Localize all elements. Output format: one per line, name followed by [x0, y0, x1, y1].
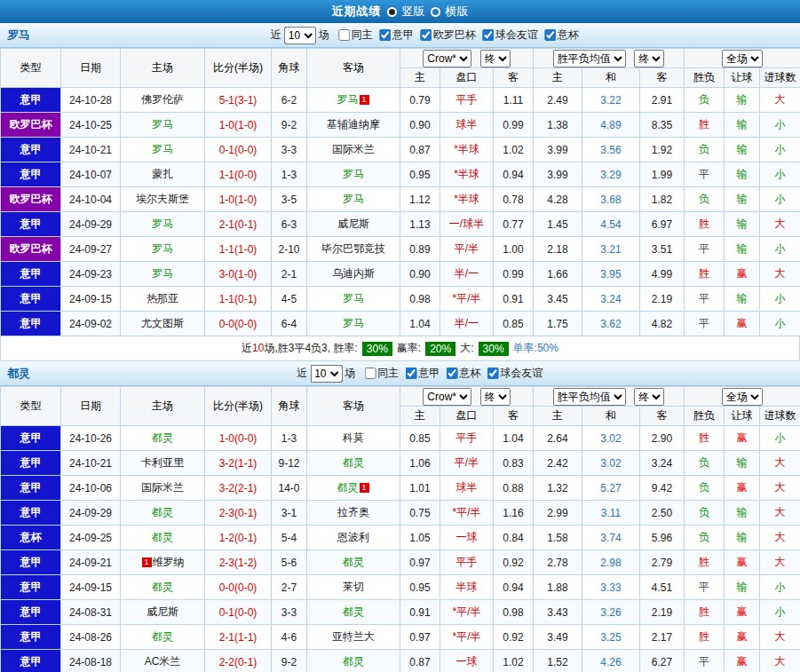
checkbox-label: 球会友谊	[500, 366, 543, 381]
match-row: 意甲24-08-18AC米兰2-2(0-1)9-2都灵0.87一球1.021.5…	[1, 650, 800, 672]
filter-checkbox-item[interactable]: 球会友谊	[487, 366, 543, 381]
match-row: 意杯24-09-25都灵1-2(0-1)5-4恩波利1.05一球0.841.58…	[1, 526, 800, 550]
handicap-cell: 一球	[440, 650, 494, 672]
handicap-result-cell: 输	[725, 212, 760, 237]
red-card-badge: 1	[142, 557, 152, 567]
goals-result-cell: 大	[760, 650, 800, 672]
team-name: 罗马	[0, 28, 30, 43]
handicap-result-cell: 输	[725, 526, 760, 550]
goals-result-cell: 大	[760, 476, 800, 501]
euro-away-odds-cell: 3.24	[640, 451, 685, 476]
odds-company-select[interactable]: Crow*	[423, 50, 471, 67]
handicap-cell: *平/半	[440, 625, 494, 650]
match-row: 意甲24-08-31威尼斯0-1(0-0)3-3都灵0.91*平/半0.983.…	[1, 600, 800, 625]
scope-select[interactable]: 全场	[722, 50, 763, 67]
asian-home-odds-cell: 1.05	[400, 526, 440, 550]
league-filter-checkbox[interactable]	[405, 368, 416, 379]
handicap-cell: *半球	[440, 162, 494, 187]
filter-checkbox-item[interactable]: 意杯	[544, 28, 579, 43]
date-cell: 24-09-15	[61, 287, 121, 312]
league-cell: 意甲	[1, 625, 61, 650]
league-cell: 欧罗巴杯	[1, 237, 61, 262]
vertical-layout-radio[interactable]	[387, 7, 397, 17]
handicap-cell: *平/半	[440, 501, 494, 526]
away-team-cell: 都灵	[307, 451, 400, 476]
team-label: 热那亚	[147, 292, 178, 304]
col-header-home: 主场	[121, 387, 205, 426]
col-header-corners: 角球	[272, 387, 307, 426]
league-filter-checkbox[interactable]	[544, 29, 556, 41]
filter-checkbox-item[interactable]: 欧罗巴杯	[420, 28, 476, 43]
goals-result-cell: 大	[760, 88, 800, 113]
filter-checkbox-item[interactable]: 同主	[364, 366, 399, 381]
score-cell: 2-2(0-1)	[205, 650, 272, 672]
league-filter-checkbox[interactable]	[379, 29, 391, 41]
handicap-result-cell: 输	[725, 187, 760, 212]
league-filter-checkbox[interactable]	[338, 29, 350, 41]
league-filter-checkbox[interactable]	[482, 29, 494, 41]
league-filter-checkbox[interactable]	[364, 368, 376, 379]
home-team-cell: 蒙扎	[121, 162, 205, 187]
score-cell: 2-3(0-1)	[205, 501, 272, 526]
home-team-cell: 国际米兰	[121, 476, 205, 501]
euro-draw-odds-cell: 3.56	[582, 138, 640, 162]
euro-away-odds-cell: 2.50	[640, 501, 685, 526]
handicap-result-cell: 输	[725, 451, 760, 476]
odds-time-select[interactable]: 终	[480, 50, 511, 67]
euro-draw-odds-cell: 2.98	[582, 550, 640, 575]
score-cell: 0-1(0-0)	[205, 600, 272, 625]
odds-time-select[interactable]: 终	[480, 388, 511, 406]
filter-checkbox-item[interactable]: 意甲	[405, 366, 440, 381]
result-cell: 胜	[685, 113, 725, 138]
handicap-result-cell: 赢	[725, 550, 760, 575]
asian-away-odds-cell: 0.99	[494, 113, 534, 138]
team-label: 罗马	[343, 317, 364, 329]
odds-company-select[interactable]: Crow*	[423, 388, 471, 406]
euro-home-odds-cell: 1.58	[534, 526, 582, 550]
euro-away-odds-cell: 1.92	[640, 138, 685, 162]
league-filter-checkbox[interactable]	[487, 368, 498, 379]
euro-time-select[interactable]: 终	[634, 388, 664, 406]
team-label: 国际米兰	[141, 481, 184, 494]
horizontal-layout-label[interactable]: 横版	[446, 4, 469, 20]
euro-away-odds-cell: 2.91	[640, 88, 685, 113]
vertical-layout-label[interactable]: 竖版	[402, 4, 425, 20]
match-count-select[interactable]: 10	[310, 365, 342, 383]
corners-cell: 9-2	[272, 113, 307, 138]
date-cell: 24-10-07	[61, 162, 121, 187]
handicap-result-cell: 赢	[725, 262, 760, 287]
scope-select[interactable]: 全场	[722, 388, 763, 406]
filter-checkbox-item[interactable]: 意甲	[379, 28, 414, 43]
asian-home-odds-cell: 0.97	[400, 625, 440, 650]
asian-home-odds-cell: 0.95	[400, 575, 440, 600]
away-team-cell: 都灵	[307, 600, 400, 625]
euro-time-select[interactable]: 终	[634, 50, 664, 67]
league-filter-checkbox[interactable]	[446, 368, 457, 379]
score-cell: 0-0(0-0)	[205, 575, 272, 600]
goals-result-cell: 大	[760, 212, 800, 237]
team-label: 都灵	[343, 655, 364, 668]
col-header-away: 客场	[307, 387, 400, 426]
filter-checkbox-item[interactable]: 球会友谊	[482, 28, 538, 43]
result-cell: 负	[685, 138, 725, 162]
euro-home-odds-cell: 3.99	[534, 162, 582, 187]
home-team-cell: 威尼斯	[121, 600, 205, 625]
handicap-result-cell: 输	[725, 138, 760, 162]
match-count-select[interactable]: 10	[284, 27, 316, 44]
euro-mean-select[interactable]: 胜平负均值	[553, 388, 626, 406]
home-team-cell: 佛罗伦萨	[121, 88, 205, 113]
euro-draw-odds-cell: 3.95	[582, 262, 640, 287]
away-team-cell: 国际米兰	[307, 138, 400, 162]
horizontal-layout-radio[interactable]	[431, 7, 440, 17]
filter-checkbox-item[interactable]: 意杯	[446, 366, 480, 381]
col-header-corners: 角球	[272, 49, 307, 88]
euro-draw-odds-cell: 3.68	[582, 187, 640, 212]
filter-checkbox-item[interactable]: 同主	[338, 28, 373, 43]
team-label: 罗马	[152, 143, 173, 155]
league-filter-checkbox[interactable]	[420, 29, 432, 41]
league-cell: 意甲	[1, 287, 61, 312]
match-row: 欧罗巴杯24-10-04埃尔夫斯堡1-0(1-0)3-5罗马1.12*半球0.7…	[1, 187, 800, 212]
euro-home-odds-cell: 3.43	[534, 600, 582, 625]
team-label: 罗马	[152, 118, 173, 130]
euro-mean-select[interactable]: 胜平负均值	[553, 50, 626, 67]
